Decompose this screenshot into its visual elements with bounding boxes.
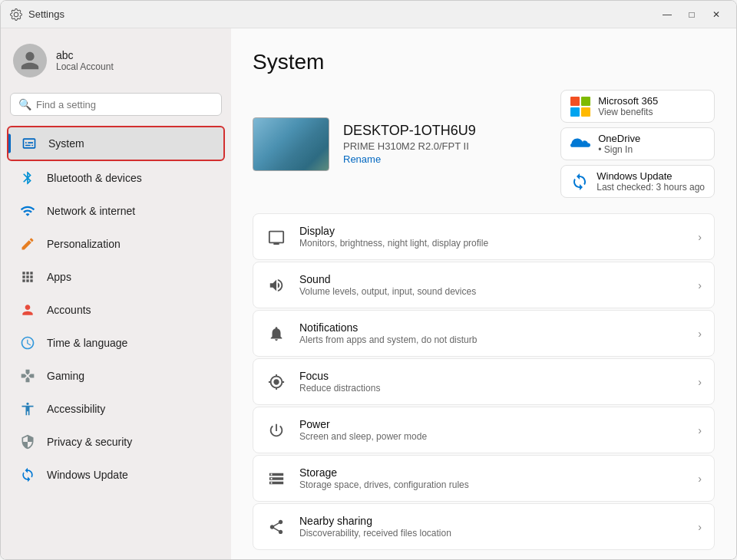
sidebar-item-apps-label: Apps [47, 271, 71, 283]
sidebar-item-apps[interactable]: Apps [7, 261, 225, 293]
sidebar-item-privacy-label: Privacy & security [47, 436, 132, 448]
update-name: Windows Update [597, 170, 705, 182]
microsoft365-card[interactable]: Microsoft 365 View benefits [560, 90, 715, 123]
setting-power-left: Power Screen and sleep, power mode [266, 418, 427, 442]
microsoft365-name: Microsoft 365 [598, 95, 658, 107]
privacy-icon [19, 433, 36, 450]
microsoft365-sub: View benefits [598, 107, 658, 117]
focus-chevron: › [698, 376, 702, 388]
minimize-button[interactable]: — [656, 5, 678, 24]
storage-icon [266, 468, 287, 489]
system-icon [21, 135, 38, 152]
user-name: abc [56, 49, 114, 61]
gaming-icon [19, 367, 36, 384]
setting-storage-left: Storage Storage space, drives, configura… [266, 466, 469, 490]
onedrive-card[interactable]: OneDrive • Sign In [560, 127, 715, 160]
windows-update-card[interactable]: Windows Update Last checked: 3 hours ago [560, 165, 715, 198]
display-desc: Monitors, brightness, night light, displ… [299, 238, 488, 249]
sidebar-item-privacy[interactable]: Privacy & security [7, 426, 225, 458]
setting-notifications-left: Notifications Alerts from apps and syste… [266, 321, 477, 345]
setting-notifications-text: Notifications Alerts from apps and syste… [299, 321, 477, 345]
setting-focus-text: Focus Reduce distractions [299, 370, 380, 394]
settings-window: Settings — □ ✕ abc Local Account [0, 0, 737, 560]
sidebar-item-network[interactable]: Network & internet [7, 195, 225, 227]
sidebar-item-system[interactable]: System [7, 126, 225, 161]
power-desc: Screen and sleep, power mode [299, 431, 427, 442]
sidebar-item-update-label: Windows Update [47, 469, 128, 481]
update-text: Windows Update Last checked: 3 hours ago [597, 170, 705, 193]
pc-name: DESKTOP-1OTH6U9 [343, 123, 476, 139]
settings-list: Display Monitors, brightness, night ligh… [253, 213, 715, 550]
sidebar-item-personalization[interactable]: Personalization [7, 228, 225, 260]
onedrive-text: OneDrive • Sign In [598, 133, 640, 155]
microsoft365-text: Microsoft 365 View benefits [598, 95, 658, 117]
sidebar-item-accounts[interactable]: Accounts [7, 294, 225, 326]
search-input[interactable] [36, 99, 213, 110]
user-type: Local Account [56, 61, 114, 72]
setting-power-text: Power Screen and sleep, power mode [299, 418, 427, 442]
network-icon [19, 203, 36, 219]
setting-focus[interactable]: Focus Reduce distractions › [253, 358, 715, 405]
search-icon: 🔍 [18, 98, 31, 110]
window-title: Settings [28, 8, 64, 20]
power-chevron: › [698, 424, 702, 436]
user-info: abc Local Account [56, 49, 114, 72]
setting-storage[interactable]: Storage Storage space, drives, configura… [253, 455, 715, 502]
setting-sound-text: Sound Volume levels, output, input, soun… [299, 273, 476, 297]
display-icon [266, 226, 287, 248]
power-title: Power [299, 418, 427, 430]
maximize-button[interactable]: □ [681, 5, 702, 24]
user-profile[interactable]: abc Local Account [1, 28, 231, 90]
sidebar-nav: System Bluetooth & devices [1, 125, 231, 492]
rename-link[interactable]: Rename [343, 153, 476, 165]
accessibility-icon [19, 400, 36, 417]
sidebar-item-personalization-label: Personalization [47, 238, 121, 250]
sidebar-item-bluetooth[interactable]: Bluetooth & devices [7, 162, 225, 194]
setting-power[interactable]: Power Screen and sleep, power mode › [253, 407, 715, 453]
close-button[interactable]: ✕ [706, 5, 727, 24]
sidebar-item-update[interactable]: Windows Update [7, 459, 225, 491]
notifications-title: Notifications [299, 321, 477, 334]
setting-nearby[interactable]: Nearby sharing Discoverability, received… [253, 503, 715, 550]
storage-desc: Storage space, drives, configuration rul… [299, 479, 469, 490]
setting-sound[interactable]: Sound Volume levels, output, input, soun… [253, 262, 715, 308]
pc-description: PRIME H310M2 R2.0/FPT II [343, 140, 476, 152]
time-icon [19, 334, 36, 351]
nearby-icon [266, 516, 287, 538]
window-controls: — □ ✕ [656, 5, 727, 24]
pc-thumbnail [253, 117, 329, 171]
sound-title: Sound [299, 273, 476, 285]
storage-chevron: › [698, 473, 702, 485]
setting-display-text: Display Monitors, brightness, night ligh… [299, 225, 488, 249]
setting-display[interactable]: Display Monitors, brightness, night ligh… [253, 213, 715, 260]
service-cards: Microsoft 365 View benefits OneDrive [560, 90, 715, 198]
setting-notifications[interactable]: Notifications Alerts from apps and syste… [253, 310, 715, 357]
sidebar-item-gaming[interactable]: Gaming [7, 360, 225, 392]
setting-nearby-left: Nearby sharing Discoverability, received… [266, 515, 451, 539]
settings-app-icon [10, 8, 22, 21]
setting-sound-left: Sound Volume levels, output, input, soun… [266, 273, 476, 297]
notifications-desc: Alerts from apps and system, do not dist… [299, 334, 477, 345]
display-title: Display [299, 225, 488, 237]
focus-title: Focus [299, 370, 380, 382]
sidebar-item-time[interactable]: Time & language [7, 327, 225, 359]
title-bar-left: Settings [10, 8, 64, 21]
nearby-desc: Discoverability, received files location [299, 528, 451, 539]
sidebar-item-accessibility[interactable]: Accessibility [7, 393, 225, 425]
sidebar-item-bluetooth-label: Bluetooth & devices [47, 172, 142, 184]
setting-focus-left: Focus Reduce distractions [266, 370, 380, 394]
main-content: System DESKTOP-1OTH6U9 PRIME H310M2 R2.0… [231, 28, 736, 559]
microsoft365-icon [570, 97, 590, 117]
setting-nearby-text: Nearby sharing Discoverability, received… [299, 515, 451, 539]
display-chevron: › [698, 231, 702, 243]
pc-info: DESKTOP-1OTH6U9 PRIME H310M2 R2.0/FPT II… [343, 123, 476, 165]
focus-desc: Reduce distractions [299, 383, 380, 394]
search-box[interactable]: 🔍 [10, 93, 222, 116]
accounts-icon [19, 301, 36, 318]
update-sub: Last checked: 3 hours ago [597, 182, 705, 193]
system-header: DESKTOP-1OTH6U9 PRIME H310M2 R2.0/FPT II… [253, 90, 715, 198]
sidebar-item-accounts-label: Accounts [47, 304, 91, 316]
avatar [13, 44, 47, 77]
power-icon [266, 420, 287, 441]
focus-icon [266, 371, 287, 393]
